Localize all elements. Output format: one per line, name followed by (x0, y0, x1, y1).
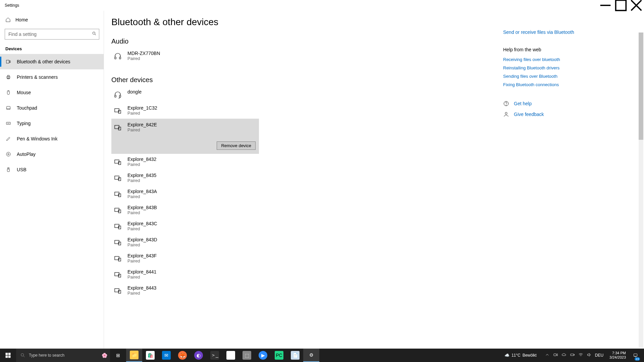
svg-point-4 (93, 32, 95, 34)
device-status: Paired (127, 226, 157, 231)
monitor-icon (113, 254, 123, 264)
taskbar: Type here to search 🌸 ⊞ 📁 🛍️ ✉ 🦊 ◐ ＞_ ✱ … (0, 349, 644, 362)
task-view-button[interactable]: ⊞ (110, 349, 126, 362)
taskbar-app-notepad[interactable]: 📄 (287, 349, 303, 362)
device-item[interactable]: Explore_8443 Paired (111, 283, 259, 299)
device-item[interactable]: Explore_8441 Paired (111, 266, 259, 283)
device-item[interactable]: Explore_843C Paired (111, 218, 259, 234)
monitor-icon (113, 106, 123, 116)
svg-rect-1 (616, 0, 626, 11)
help-link[interactable]: Reinstalling Bluetooth drivers (503, 65, 631, 70)
printer-icon (5, 74, 11, 80)
device-item[interactable]: MDR-ZX770BN Paired (111, 48, 259, 64)
audio-section-title: Audio (111, 38, 503, 45)
taskbar-app-store[interactable]: 🛍️ (142, 349, 158, 362)
device-name: Explore_843C (127, 221, 157, 226)
device-item[interactable]: Explore_1C32 Paired (111, 103, 259, 119)
device-status: Paired (127, 242, 157, 247)
maximize-button[interactable] (613, 0, 629, 11)
taskbar-app-pycharm[interactable]: PC (271, 349, 287, 362)
taskbar-app-github[interactable]: ◐ (191, 349, 207, 362)
taskbar-app-generic[interactable]: ⬚ (239, 349, 255, 362)
help-link[interactable]: Receiving files over bluetooth (503, 57, 631, 62)
device-item[interactable]: Explore_8432 Paired (111, 154, 259, 170)
start-button[interactable] (0, 349, 16, 362)
tray-onedrive-icon[interactable] (561, 352, 567, 358)
nav-touchpad[interactable]: Touchpad (0, 100, 104, 116)
help-title: Help from the web (503, 47, 631, 52)
device-name: Explore_843B (127, 205, 157, 210)
tray-language[interactable]: DEU (595, 353, 603, 358)
svg-rect-51 (8, 353, 11, 355)
search-icon (20, 353, 25, 358)
taskbar-search[interactable]: Type here to search 🌸 (16, 349, 110, 362)
taskbar-app-terminal[interactable]: ＞_ (207, 349, 223, 362)
svg-rect-53 (8, 356, 11, 358)
minimize-button[interactable] (598, 0, 613, 11)
action-center-button[interactable]: 23 (629, 349, 641, 362)
svg-marker-18 (8, 153, 9, 155)
nav-bluetooth[interactable]: Bluetooth & other devices (0, 54, 104, 69)
remove-device-button[interactable]: Remove device (217, 141, 256, 150)
tray-clock[interactable]: 7:34 PM 3/24/2023 (609, 351, 626, 360)
get-help-link[interactable]: Get help (514, 101, 532, 106)
device-item-selected[interactable]: Explore_842E Paired Remove device (111, 119, 259, 154)
nav-printers[interactable]: Printers & scanners (0, 69, 104, 85)
home-button[interactable]: Home (0, 13, 104, 27)
device-item[interactable]: Explore_843D Paired (111, 234, 259, 250)
device-item[interactable]: Explore_843B Paired (111, 202, 259, 218)
nav-label: Pen & Windows Ink (17, 136, 57, 141)
svg-rect-20 (7, 169, 10, 172)
nav-pen[interactable]: Pen & Windows Ink (0, 131, 104, 146)
tray-meet-now-icon[interactable] (553, 352, 558, 358)
devices-icon (5, 59, 11, 65)
device-name: Explore_843A (127, 189, 157, 194)
svg-rect-6 (6, 60, 9, 63)
taskbar-app-settings[interactable]: ⚙ (303, 349, 319, 362)
pen-icon (5, 136, 11, 142)
device-item[interactable]: Explore_8435 Paired (111, 170, 259, 186)
taskbar-app-mail[interactable]: ✉ (158, 349, 174, 362)
monitor-icon (113, 286, 123, 296)
usb-icon (5, 167, 11, 173)
device-status: Paired (127, 291, 156, 296)
nav-autoplay[interactable]: AutoPlay (0, 146, 104, 162)
taskbar-app-explorer[interactable]: 📁 (126, 349, 142, 362)
nav-usb[interactable]: USB (0, 162, 104, 177)
device-item[interactable]: dongle (111, 86, 259, 103)
device-item[interactable]: Explore_843F Paired (111, 250, 259, 266)
close-button[interactable] (629, 0, 644, 11)
tray-battery-icon[interactable] (570, 352, 575, 358)
nav-typing[interactable]: Typing (0, 116, 104, 131)
send-receive-link[interactable]: Send or receive files via Bluetooth (503, 29, 631, 35)
device-status: Paired (127, 275, 156, 280)
svg-rect-19 (8, 168, 9, 169)
give-feedback-link[interactable]: Give feedback (514, 112, 544, 117)
tray-volume-icon[interactable] (587, 352, 592, 358)
device-item[interactable]: Explore_843A Paired (111, 186, 259, 202)
nav-label: Typing (17, 121, 31, 126)
svg-point-54 (21, 354, 24, 356)
device-name: Explore_8432 (127, 157, 156, 162)
svg-point-49 (505, 112, 507, 114)
taskbar-app-zoom[interactable]: ▶ (255, 349, 271, 362)
help-link[interactable]: Fixing Bluetooth connections (503, 82, 631, 87)
monitor-icon (113, 238, 123, 248)
taskbar-app-slack[interactable]: ✱ (223, 349, 239, 362)
weather-temp: 11°C (512, 353, 521, 358)
taskbar-app-firefox[interactable]: 🦊 (174, 349, 191, 362)
scrollbar-thumb[interactable] (639, 33, 643, 140)
device-name: Explore_843F (127, 253, 157, 258)
svg-rect-24 (119, 95, 121, 97)
sidebar: Home Devices Bluetooth & other devices P… (0, 11, 104, 353)
help-icon (503, 101, 509, 107)
main-content: Bluetooth & other devices Audio MDR-ZX77… (104, 11, 503, 353)
weather-widget[interactable]: ☁️ 11°C Bewölkt (504, 353, 537, 358)
sidebar-section-title: Devices (0, 43, 104, 54)
nav-mouse[interactable]: Mouse (0, 85, 104, 100)
tray-chevron-icon[interactable] (545, 352, 550, 358)
settings-search-input[interactable] (5, 29, 99, 40)
tray-wifi-icon[interactable] (578, 352, 583, 358)
help-link[interactable]: Sending files over Bluetooth (503, 74, 631, 79)
device-name: Explore_8435 (127, 173, 156, 178)
